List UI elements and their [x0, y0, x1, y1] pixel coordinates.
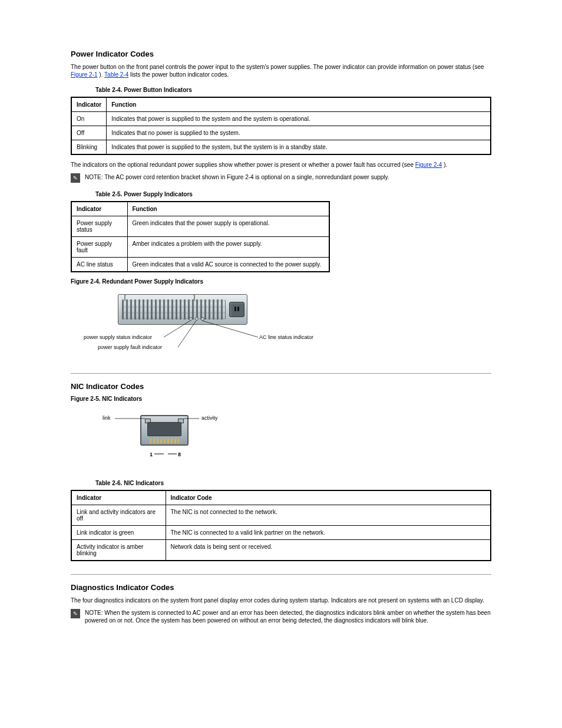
note-retention-bracket: ✎ NOTE: The AC power cord retention brac… [71, 173, 491, 183]
nic-heading: NIC Indicator Codes [71, 382, 491, 391]
redundant-psu-para: The indicators on the optional redundant… [71, 161, 491, 169]
th-function: Function [127, 202, 329, 216]
label-link: link [103, 415, 111, 421]
psu-status-led-icon [189, 317, 193, 321]
figure-2-4-caption: Figure 2-4. Redundant Power Supply Indic… [71, 278, 491, 285]
table-2-5: Indicator Function Power supply status G… [71, 201, 330, 272]
table-2-6: Indicator Indicator Code Link and activi… [71, 490, 491, 561]
cell-indicator: Link indicator is green [71, 526, 166, 540]
note-text: NOTE: When the system is connected to AC… [85, 609, 491, 624]
note-icon: ✎ [71, 609, 80, 618]
table-row: Link indicator is green The NIC is conne… [71, 526, 491, 540]
power-indicator-heading: Power Indicator Codes [71, 50, 491, 58]
text: 5. Power Supply Indicators [117, 191, 193, 197]
th-function: Function [107, 97, 491, 112]
section-divider [71, 373, 491, 374]
cell-indicator: Blinking [71, 140, 107, 155]
text: lists the power button indicator codes. [130, 71, 229, 78]
page-root: Power Indicator Codes The power button o… [0, 0, 562, 653]
cell-function: Amber indicates a problem with the power… [127, 237, 329, 258]
text: ). [99, 71, 104, 78]
cell-code: The NIC is not connected to the network. [166, 505, 491, 526]
table-2-6-caption: Table 2-6. NIC Indicators [95, 480, 491, 486]
figure-2-5: link activity 1 8 [71, 407, 491, 472]
table-row: AC line status Green indicates that a va… [71, 258, 329, 272]
rj45-port-icon [140, 415, 189, 446]
cell-code: The NIC is connected to a valid link par… [166, 526, 491, 540]
th-indicator: Indicator [71, 97, 107, 112]
table-row: Off Indicates that no power is supplied … [71, 126, 491, 140]
cell-indicator: Power supply fault [71, 237, 127, 258]
cell-indicator: Link and activity indicators are off [71, 505, 166, 526]
table-2-5-caption: Table 2-Table 2-5. Power Supply Indicato… [95, 191, 491, 197]
table-row: Activity indicator is amber blinking Net… [71, 540, 491, 561]
note-text: NOTE: The AC power cord retention bracke… [85, 173, 389, 181]
cell-function: Indicates that power is supplied to the … [107, 112, 491, 126]
power-intro-para: The power button on the front panel cont… [71, 63, 491, 78]
table-row: Blinking Indicates that power is supplie… [71, 140, 491, 155]
label-ac-line: AC line status indicator [259, 334, 313, 340]
table-row: Power supply fault Amber indicates a pro… [71, 237, 329, 258]
text: The power button on the front panel cont… [71, 64, 484, 70]
table-2-4: Indicator Function On Indicates that pow… [71, 97, 491, 155]
table-row: On Indicates that power is supplied to t… [71, 112, 491, 126]
text: Table 2- [95, 191, 117, 197]
cell-function: Indicates that power is supplied to the … [107, 140, 491, 155]
label-psu-status: power supply status indicator [84, 334, 152, 340]
cell-function: Green indicates that the power supply is… [127, 216, 329, 237]
link-figure-2-4[interactable]: Figure 2-4 [415, 162, 442, 168]
cell-indicator: Off [71, 126, 107, 140]
ac-plug-icon [229, 302, 244, 317]
link-figure-2-1[interactable]: Figure 2-1 [71, 71, 98, 78]
table-row: Power supply status Green indicates that… [71, 216, 329, 237]
psu-acline-led-icon [201, 317, 204, 321]
note-diag: ✎ NOTE: When the system is connected to … [71, 609, 491, 624]
figure-2-4: power supply status indicator power supp… [71, 289, 491, 360]
cell-indicator: Activity indicator is amber blinking [71, 540, 166, 561]
th-indicator: Indicator [71, 202, 127, 216]
link-table-2-4[interactable]: Table 2-4 [104, 71, 128, 78]
table-2-4-caption: Table 2-4. Power Button Indicators [95, 87, 491, 93]
table-row: Link and activity indicators are off The… [71, 505, 491, 526]
diag-para: The four diagnostics indicators on the s… [71, 597, 491, 604]
diag-heading: Diagnostics Indicator Codes [71, 583, 491, 592]
psu-fault-led-icon [195, 317, 199, 321]
cell-indicator: AC line status [71, 258, 127, 272]
figure-2-5-caption: Figure 2-5. NIC Indicators [71, 396, 491, 402]
cell-indicator: Power supply status [71, 216, 127, 237]
cell-indicator: On [71, 112, 107, 126]
cell-function: Indicates that no power is supplied to t… [107, 126, 491, 140]
th-indicator: Indicator [71, 490, 166, 505]
label-psu-fault: power supply fault indicator [98, 344, 162, 350]
text: The indicators on the optional redundant… [71, 162, 415, 168]
note-icon: ✎ [71, 173, 80, 183]
label-pin-8: 8 [178, 452, 181, 457]
label-activity: activity [201, 415, 218, 421]
th-code: Indicator Code [166, 490, 491, 505]
cell-code: Network data is being sent or received. [166, 540, 491, 561]
label-pin-1: 1 [150, 452, 153, 457]
section-divider [71, 574, 491, 575]
text: ). [444, 162, 447, 168]
cell-function: Green indicates that a valid AC source i… [127, 258, 329, 272]
